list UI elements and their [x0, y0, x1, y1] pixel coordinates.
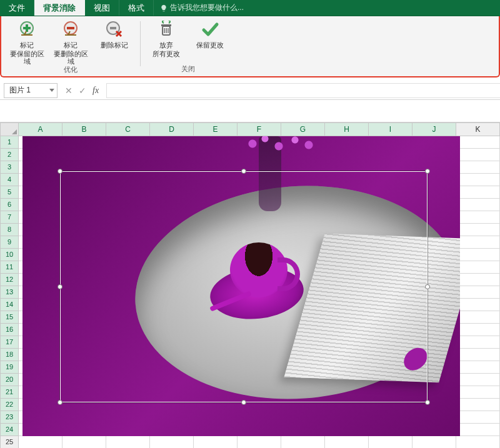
- column-header[interactable]: F: [238, 122, 281, 136]
- cell[interactable]: [456, 399, 500, 411]
- column-header[interactable]: H: [325, 122, 369, 136]
- delete-mark-button[interactable]: 删除标记: [95, 19, 134, 65]
- embedded-image[interactable]: [22, 136, 460, 436]
- row-header[interactable]: 12: [0, 274, 19, 286]
- row-header[interactable]: 4: [0, 174, 19, 186]
- row-header[interactable]: 16: [0, 324, 19, 336]
- row-header[interactable]: 23: [0, 411, 19, 424]
- column-header[interactable]: K: [456, 122, 500, 136]
- column-header[interactable]: A: [19, 122, 62, 136]
- tab-format[interactable]: 格式: [119, 0, 154, 16]
- row-header[interactable]: 3: [0, 161, 19, 174]
- row-header[interactable]: 15: [0, 311, 19, 324]
- cell[interactable]: [456, 136, 500, 149]
- cell[interactable]: [150, 436, 194, 448]
- cell[interactable]: [456, 186, 500, 199]
- mark-remove-button[interactable]: 标记 要删除的区域: [51, 19, 90, 65]
- cell[interactable]: [106, 436, 150, 448]
- row-header[interactable]: 19: [0, 361, 19, 374]
- cell[interactable]: [456, 299, 500, 311]
- row-header[interactable]: 22: [0, 399, 19, 411]
- resize-handle[interactable]: [241, 169, 246, 174]
- tell-me-search[interactable]: 告诉我您想要做什么...: [154, 0, 250, 16]
- resize-handle[interactable]: [58, 400, 62, 405]
- formula-input[interactable]: [106, 83, 500, 98]
- row-header[interactable]: 25: [0, 436, 19, 448]
- row-header[interactable]: 9: [0, 236, 19, 249]
- tab-view[interactable]: 视图: [85, 0, 119, 16]
- row-header[interactable]: 11: [0, 261, 19, 274]
- row-header[interactable]: 24: [0, 424, 19, 436]
- cell[interactable]: [19, 436, 62, 448]
- cell[interactable]: [456, 361, 500, 374]
- cell[interactable]: [456, 161, 500, 174]
- row-header[interactable]: 10: [0, 249, 19, 261]
- resize-handle[interactable]: [425, 169, 430, 174]
- cell[interactable]: [194, 436, 238, 448]
- cell[interactable]: [456, 286, 500, 299]
- row-header[interactable]: 17: [0, 336, 19, 349]
- cell[interactable]: [325, 436, 369, 448]
- cell[interactable]: [456, 199, 500, 211]
- cell[interactable]: [456, 374, 500, 386]
- column-header[interactable]: E: [194, 122, 238, 136]
- column-header[interactable]: C: [106, 122, 150, 136]
- cell[interactable]: [238, 436, 281, 448]
- ribbon-group-close: 放弃 所有更改 保留更改 关闭: [144, 19, 232, 75]
- row-header[interactable]: 8: [0, 224, 19, 236]
- cell[interactable]: [456, 386, 500, 399]
- resize-handle[interactable]: [241, 400, 246, 405]
- cell[interactable]: [456, 324, 500, 336]
- mark-keep-button[interactable]: 标记 要保留的区域: [8, 19, 46, 65]
- cell[interactable]: [456, 274, 500, 286]
- row-header[interactable]: 2: [0, 149, 19, 161]
- cancel-entry-icon[interactable]: ✕: [65, 86, 72, 96]
- cell[interactable]: [456, 336, 500, 349]
- row-header[interactable]: 21: [0, 386, 19, 399]
- cell[interactable]: [456, 149, 500, 161]
- row-header[interactable]: 7: [0, 211, 19, 224]
- accept-entry-icon[interactable]: ✓: [79, 86, 86, 96]
- cell[interactable]: [456, 236, 500, 249]
- cell[interactable]: [456, 249, 500, 261]
- row-header[interactable]: 5: [0, 186, 19, 199]
- row-header[interactable]: 6: [0, 199, 19, 211]
- row-header[interactable]: 13: [0, 286, 19, 299]
- column-header[interactable]: G: [281, 122, 325, 136]
- cell[interactable]: [456, 411, 500, 424]
- cell[interactable]: [456, 261, 500, 274]
- row-header[interactable]: 18: [0, 349, 19, 361]
- tab-background-remove[interactable]: 背景消除: [34, 0, 85, 16]
- keep-changes-button[interactable]: 保留更改: [191, 19, 229, 57]
- discard-changes-button[interactable]: 放弃 所有更改: [147, 19, 186, 57]
- fx-icon[interactable]: fx: [92, 86, 99, 96]
- row-header[interactable]: 20: [0, 374, 19, 386]
- row-header[interactable]: 1: [0, 136, 19, 149]
- column-header[interactable]: B: [62, 122, 106, 136]
- resize-handle[interactable]: [425, 284, 430, 289]
- column-header[interactable]: D: [150, 122, 194, 136]
- cell[interactable]: [412, 436, 456, 448]
- svg-rect-2: [23, 27, 31, 29]
- resize-handle[interactable]: [58, 284, 62, 289]
- tab-file[interactable]: 文件: [0, 0, 34, 16]
- tell-me-label: 告诉我您想要做什么...: [170, 2, 244, 13]
- cell[interactable]: [456, 211, 500, 224]
- resize-handle[interactable]: [425, 400, 430, 405]
- name-box[interactable]: 图片 1: [4, 83, 58, 98]
- resize-handle[interactable]: [58, 169, 62, 174]
- cell[interactable]: [456, 311, 500, 324]
- cell[interactable]: [456, 224, 500, 236]
- select-all-corner[interactable]: [0, 122, 19, 136]
- cell[interactable]: [456, 174, 500, 186]
- cell[interactable]: [369, 436, 412, 448]
- column-header[interactable]: J: [412, 122, 456, 136]
- row-header[interactable]: 14: [0, 299, 19, 311]
- cell[interactable]: [456, 349, 500, 361]
- cell[interactable]: [456, 424, 500, 436]
- cell[interactable]: [62, 436, 106, 448]
- ribbon-group-refine: 标记 要保留的区域 标记 要删除的区域: [5, 19, 136, 75]
- column-header[interactable]: I: [369, 122, 412, 136]
- cell[interactable]: [281, 436, 325, 448]
- cell[interactable]: [456, 436, 500, 448]
